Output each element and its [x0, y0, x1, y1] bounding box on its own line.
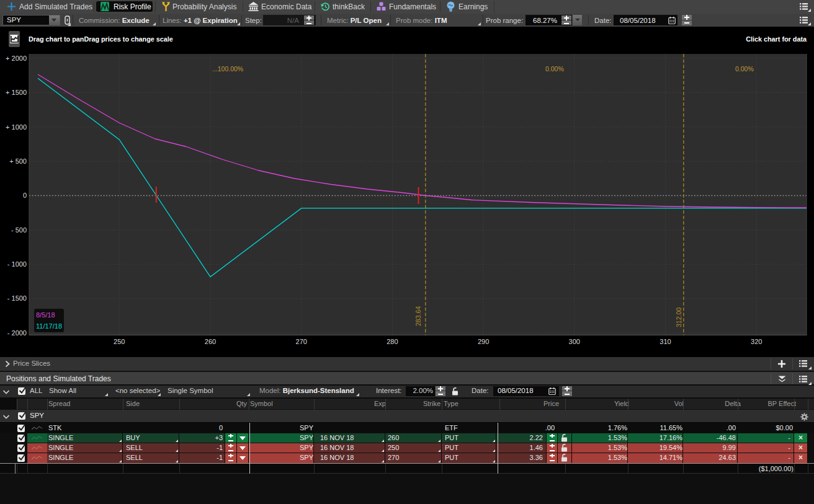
svg-text:260: 260 — [205, 338, 216, 345]
svg-text:290: 290 — [478, 338, 489, 345]
svg-text:+ 1000: + 1000 — [6, 123, 27, 131]
svg-text:320: 320 — [751, 338, 762, 345]
svg-text:- 2000: - 2000 — [7, 329, 27, 337]
svg-text:- 1500: - 1500 — [7, 294, 27, 302]
svg-text:+ 500: + 500 — [9, 157, 27, 165]
svg-text:0.00%: 0.00% — [735, 65, 754, 73]
svg-text:280: 280 — [387, 338, 398, 345]
svg-text:11/17/18: 11/17/18 — [36, 322, 62, 330]
svg-text:+ 1500: + 1500 — [6, 89, 27, 96]
svg-text:312.00: 312.00 — [675, 307, 682, 327]
svg-text:- 1000: - 1000 — [7, 260, 27, 268]
svg-text:310: 310 — [660, 338, 671, 345]
svg-text:0.00%: 0.00% — [545, 65, 564, 73]
svg-text:8/5/18: 8/5/18 — [36, 311, 55, 319]
svg-text:270: 270 — [296, 338, 307, 345]
svg-text:- 500: - 500 — [11, 226, 27, 234]
svg-text:250: 250 — [114, 338, 125, 345]
svg-text:0: 0 — [23, 192, 27, 199]
svg-text:283.64: 283.64 — [414, 306, 422, 326]
svg-text:300: 300 — [569, 338, 580, 345]
svg-text:+ 2000: + 2000 — [6, 55, 27, 62]
svg-text:...100.00%: ...100.00% — [212, 65, 243, 73]
